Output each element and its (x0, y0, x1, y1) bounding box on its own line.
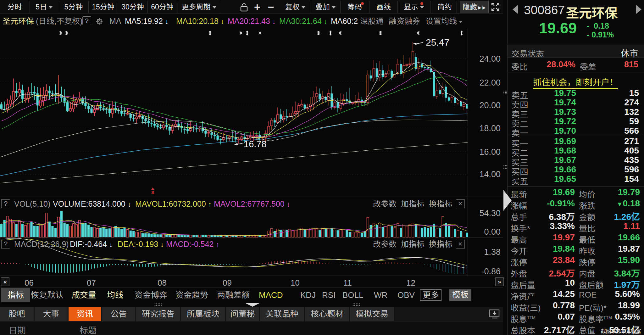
svg-text:S: S (151, 190, 154, 195)
